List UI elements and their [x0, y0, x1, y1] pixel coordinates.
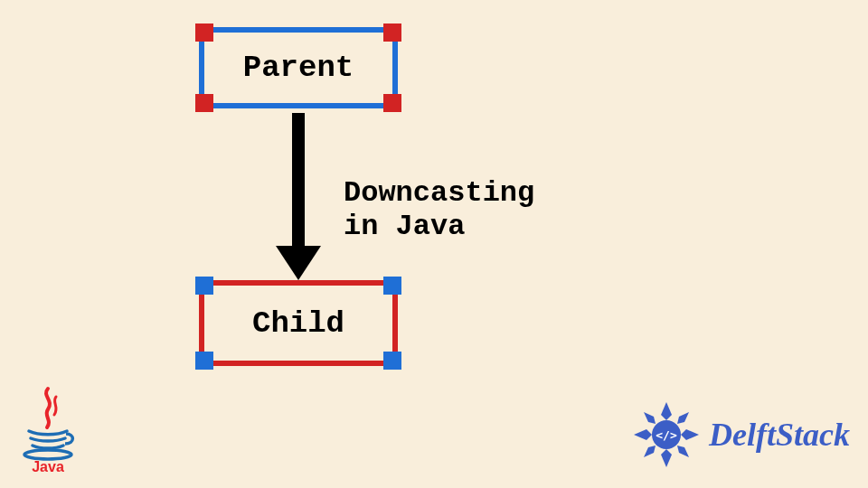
corner-decoration — [195, 277, 213, 295]
delftstack-logo: </> DelftStack — [631, 399, 850, 470]
parent-label: Parent — [243, 51, 354, 85]
corner-decoration — [383, 277, 401, 295]
delftstack-emblem-icon: </> — [631, 399, 702, 470]
child-node: Child — [199, 280, 398, 366]
parent-node: Parent — [199, 27, 398, 108]
corner-decoration — [383, 23, 401, 42]
svg-text:</>: </> — [656, 428, 677, 442]
downcast-arrow — [289, 113, 307, 280]
corner-decoration — [195, 23, 213, 42]
child-label: Child — [252, 306, 344, 341]
arrow-head-icon — [276, 246, 321, 280]
corner-decoration — [195, 352, 213, 370]
delftstack-text: DelftStack — [709, 416, 850, 454]
diagram-label: Downcasting in Java — [344, 176, 534, 243]
java-logo-text: Java — [32, 459, 64, 474]
java-logo-icon: Java — [16, 384, 80, 474]
corner-decoration — [383, 94, 401, 112]
corner-decoration — [195, 94, 213, 112]
corner-decoration — [383, 352, 401, 370]
svg-point-0 — [24, 450, 71, 459]
arrow-shaft — [292, 113, 305, 246]
